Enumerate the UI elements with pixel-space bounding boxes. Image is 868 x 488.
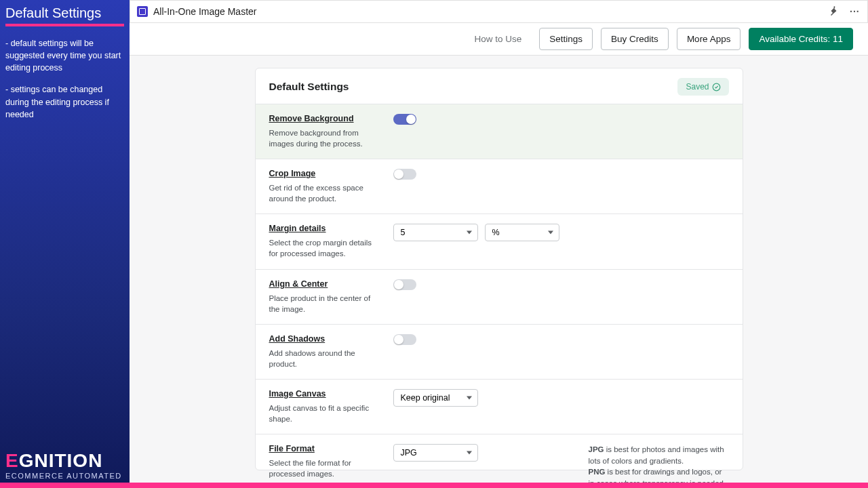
- row-crop-image: Crop Image Get rid of the excess space a…: [256, 159, 743, 214]
- saved-badge: Saved: [677, 78, 728, 96]
- file-format-hint: JPG is best for photos and images with l…: [589, 444, 729, 483]
- how-to-use-button[interactable]: How to Use: [465, 28, 532, 49]
- row-align-center: Align & Center Place product in the cent…: [256, 269, 743, 324]
- brand-logo: EGNITION: [5, 450, 122, 472]
- margin-details-label: Margin details: [269, 224, 381, 233]
- brand-tagline: ECOMMERCE AUTOMATED: [5, 472, 122, 480]
- add-shadows-toggle[interactable]: [393, 334, 416, 345]
- bottom-accent-bar: [0, 483, 868, 488]
- sidebar-note-1: - default settings will be suggested eve…: [5, 37, 124, 74]
- row-remove-background: Remove Background Remove background from…: [256, 104, 743, 159]
- align-center-label: Align & Center: [269, 279, 381, 289]
- align-center-desc: Place product in the center of the image…: [269, 293, 381, 314]
- row-file-format: File Format Select the file format for p…: [256, 434, 743, 483]
- file-format-desc: Select the file format for processed ima…: [269, 458, 381, 479]
- main: All-In-One Image Master ··· How to Use S…: [130, 0, 868, 483]
- image-canvas-label: Image Canvas: [269, 389, 381, 399]
- app-icon: [137, 6, 148, 17]
- remove-background-desc: Remove background from images during the…: [269, 127, 381, 149]
- brand-block: EGNITION ECOMMERCE AUTOMATED: [5, 450, 122, 480]
- row-margin-details: Margin details Select the crop margin de…: [256, 214, 743, 268]
- card-title: Default Settings: [269, 81, 349, 93]
- add-shadows-label: Add Shadows: [269, 334, 381, 344]
- file-format-select[interactable]: JPG: [393, 444, 478, 462]
- more-icon[interactable]: ···: [850, 6, 861, 17]
- file-format-label: File Format: [269, 444, 381, 453]
- remove-background-toggle[interactable]: [393, 114, 416, 125]
- accent-bar: [5, 24, 124, 26]
- sidebar-title: Default Settings: [5, 5, 124, 21]
- app-name: All-In-One Image Master: [153, 6, 257, 17]
- pin-icon[interactable]: [828, 5, 839, 18]
- image-canvas-select[interactable]: Keep original: [393, 389, 478, 407]
- settings-button[interactable]: Settings: [539, 28, 593, 50]
- crop-image-label: Crop Image: [269, 169, 381, 178]
- image-canvas-desc: Adjust canvas to fit a specific shape.: [269, 403, 381, 424]
- toolbar: How to Use Settings Buy Credits More App…: [130, 23, 868, 56]
- margin-value-select[interactable]: 5: [393, 224, 478, 241]
- margin-details-desc: Select the crop margin details for proce…: [269, 237, 381, 259]
- remove-background-label: Remove Background: [269, 114, 381, 123]
- add-shadows-desc: Add shadows around the product.: [269, 348, 381, 369]
- buy-credits-button[interactable]: Buy Credits: [601, 28, 669, 50]
- available-credits-button[interactable]: Available Credits: 11: [749, 28, 853, 50]
- sidebar-note-2: - settings can be changed during the edi…: [5, 83, 124, 120]
- content-area: Default Settings Saved Remove Background…: [130, 56, 868, 483]
- align-center-toggle[interactable]: [393, 279, 416, 290]
- crop-image-desc: Get rid of the excess space around the p…: [269, 182, 381, 204]
- settings-card: Default Settings Saved Remove Background…: [255, 68, 743, 470]
- row-image-canvas: Image Canvas Adjust canvas to fit a spec…: [256, 379, 743, 434]
- row-add-shadows: Add Shadows Add shadows around the produ…: [256, 324, 743, 379]
- more-apps-button[interactable]: More Apps: [677, 28, 741, 50]
- sidebar: Default Settings - default settings will…: [0, 0, 130, 483]
- margin-unit-select[interactable]: %: [485, 224, 559, 241]
- check-icon: [712, 83, 721, 92]
- titlebar: All-In-One Image Master ···: [130, 0, 868, 23]
- crop-image-toggle[interactable]: [393, 169, 416, 180]
